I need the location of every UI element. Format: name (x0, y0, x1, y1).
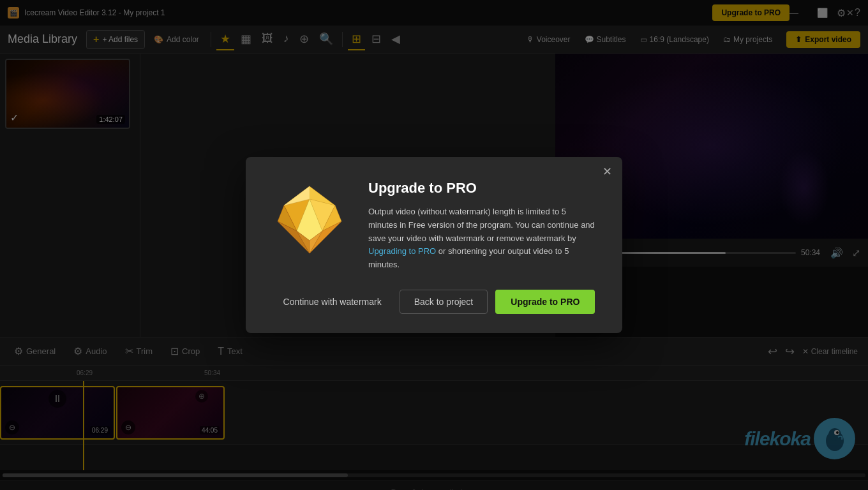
modal-upgrade-link[interactable]: Upgrading to PRO (368, 246, 436, 256)
continue-watermark-button[interactable]: Continue with watermark (273, 290, 392, 314)
modal-title: Upgrade to PRO (368, 180, 597, 197)
modal-body-text-1: Output video (without watermark) length … (368, 207, 595, 243)
modal-upgrade-button[interactable]: Upgrade to PRO (495, 290, 595, 314)
modal-text-area: Upgrade to PRO Output video (without wat… (368, 180, 597, 272)
modal-body: Output video (without watermark) length … (368, 205, 597, 272)
back-to-project-button[interactable]: Back to project (400, 290, 488, 314)
upgrade-modal: ✕ (246, 157, 622, 333)
modal-content: Upgrade to PRO Output video (without wat… (271, 180, 597, 272)
modal-close-button[interactable]: ✕ (602, 166, 612, 177)
diamond-illustration (271, 180, 348, 263)
modal-buttons: Continue with watermark Back to project … (271, 290, 597, 314)
modal-overlay[interactable]: ✕ (0, 0, 868, 490)
